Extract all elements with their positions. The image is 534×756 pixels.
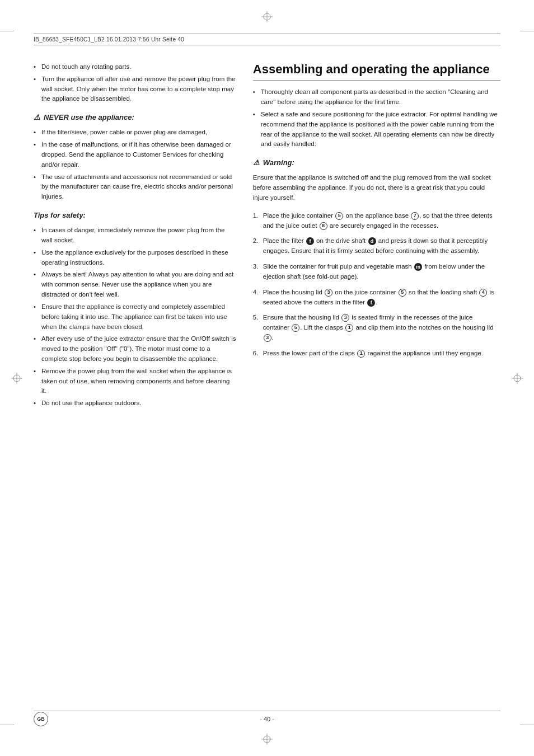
warning-triangle-icon: ⚠ <box>34 112 40 123</box>
right-intro-bullets: Thoroughly clean all component parts as … <box>253 87 500 149</box>
intro-bullet-2: Turn the appliance off after use and rem… <box>34 74 236 104</box>
page: IB_86683_SFE450C1_LB2 16.01.2013 7:56 Uh… <box>0 0 534 756</box>
step2-cf: f <box>306 237 314 245</box>
step-2: Place the filter f on the drive shaft d … <box>253 236 500 256</box>
crop-mark-rt <box>520 31 534 31</box>
step1-c8: 8 <box>320 222 327 230</box>
step-4: Place the housing lid 3 on the juice con… <box>253 288 500 308</box>
never-bullet-1: If the filter/sieve, power cable or powe… <box>34 128 236 138</box>
step4-c5: 5 <box>399 289 406 297</box>
section-header: Assembling and operating the appliance <box>253 62 500 77</box>
footer-left: GB <box>34 712 48 726</box>
step4-cf: f <box>367 299 375 307</box>
svg-point-9 <box>264 736 270 743</box>
step-5: Ensure that the housing lid 3 is seated … <box>253 313 500 342</box>
step5-c3b: 3 <box>264 334 271 342</box>
step1-c5: 5 <box>335 212 343 220</box>
tips-bullet-2: Use the appliance exclusively for the pu… <box>34 248 236 268</box>
step6-c1: 1 <box>357 350 365 358</box>
svg-point-3 <box>13 375 20 382</box>
tips-bullet-6: Remove the power plug from the wall sock… <box>34 367 236 396</box>
warning-title: ⚠ Warning: <box>253 157 500 168</box>
footer-bar: GB - 40 - <box>34 711 500 722</box>
step1-c7: 7 <box>411 212 419 220</box>
header-text: IB_86683_SFE450C1_LB2 16.01.2013 7:56 Uh… <box>34 36 184 43</box>
step-6: Press the lower part of the claps 1 raga… <box>253 349 500 359</box>
crosshair-top <box>261 11 273 22</box>
crosshair-left <box>11 373 22 384</box>
crop-mark-lb <box>0 725 14 725</box>
intro-bullets: Do not touch any rotating parts. Turn th… <box>34 62 236 104</box>
crosshair-right <box>512 373 523 384</box>
tips-bullet-5: After every use of the juice extractor e… <box>34 334 236 364</box>
never-bullets: If the filter/sieve, power cable or powe… <box>34 128 236 202</box>
warning-box: ⚠ Warning: Ensure that the appliance is … <box>253 157 500 203</box>
assembly-steps: Place the juice container 5 on the appli… <box>253 211 500 359</box>
intro-bullet-1: Do not touch any rotating parts. <box>34 62 236 72</box>
step3-cm: m <box>414 263 422 271</box>
content-area: Do not touch any rotating parts. Turn th… <box>34 62 500 416</box>
warning-text: Ensure that the appliance is switched of… <box>253 173 500 203</box>
tips-bullet-1: In cases of danger, immediately remove t… <box>34 226 236 246</box>
crop-mark-rb <box>520 725 534 725</box>
tips-title: Tips for safety: <box>34 210 236 221</box>
never-bullet-2: In the case of malfunctions, or if it ha… <box>34 140 236 170</box>
left-column: Do not touch any rotating parts. Turn th… <box>34 62 236 416</box>
crop-mark-lt <box>0 31 14 31</box>
right-column: Assembling and operating the appliance T… <box>253 62 500 416</box>
page-number: - 40 - <box>260 716 274 722</box>
tips-bullet-4: Ensure that the appliance is correctly a… <box>34 302 236 332</box>
step4-c3: 3 <box>325 289 332 297</box>
svg-point-0 <box>264 13 270 20</box>
tips-bullet-3: Always be alert! Always pay attention to… <box>34 270 236 299</box>
right-intro-2: Select a safe and secure positioning for… <box>253 110 500 149</box>
svg-point-6 <box>514 375 521 382</box>
never-bullet-3: The use of attachments and accessories n… <box>34 172 236 202</box>
right-intro-1: Thoroughly clean all component parts as … <box>253 87 500 107</box>
step5-c1: 1 <box>345 324 353 332</box>
warning-triangle-icon-2: ⚠ <box>253 157 260 168</box>
step4-c4: 4 <box>479 289 487 297</box>
header-bar: IB_86683_SFE450C1_LB2 16.01.2013 7:56 Uh… <box>34 34 500 45</box>
tips-bullet-7: Do not use the appliance outdoors. <box>34 398 236 408</box>
step-1: Place the juice container 5 on the appli… <box>253 211 500 231</box>
section-divider <box>253 80 500 81</box>
tips-bullets: In cases of danger, immediately remove t… <box>34 226 236 408</box>
step5-c5: 5 <box>292 324 299 332</box>
never-title: ⚠ NEVER use the appliance: <box>34 112 236 123</box>
gb-badge: GB <box>34 712 48 726</box>
crosshair-bottom <box>261 734 273 745</box>
step5-c3: 3 <box>341 314 349 322</box>
step-3: Slide the container for fruit pulp and v… <box>253 262 500 282</box>
step2-cd: d <box>368 237 376 245</box>
